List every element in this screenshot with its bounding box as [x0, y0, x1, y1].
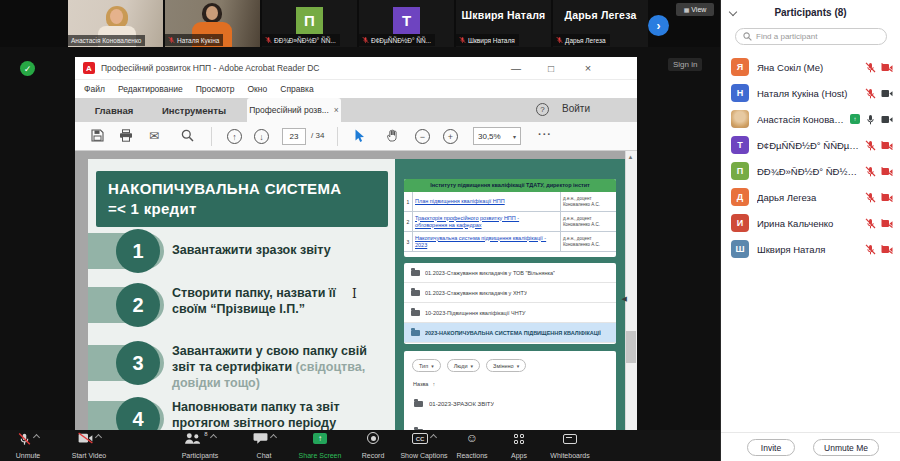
folder-icon [411, 310, 420, 316]
row-number: 2 [404, 212, 413, 231]
folder-row: 10-2023-Підвищення кваліфікації ЧНТУ [404, 303, 616, 323]
chevron-up-icon[interactable] [430, 434, 437, 441]
table-rows: 1 План підвищення кваліфікації НПП д.е.н… [404, 192, 616, 252]
select-tool-button[interactable] [354, 129, 365, 143]
participant-status-icons: ↑ [865, 166, 893, 177]
menu-item[interactable]: Редактирование [118, 84, 183, 94]
sign-in-overlay-button[interactable]: Sign in [668, 58, 702, 71]
pdf-scrollbar[interactable]: ▲ [625, 151, 637, 432]
participant-row[interactable]: Анастасія Коноваленко ↑ [721, 106, 900, 132]
invite-button[interactable]: Invite [747, 439, 795, 456]
mic-muted-icon [168, 36, 175, 44]
dropdown-icon: ▾ [517, 363, 520, 369]
video-tile-5[interactable]: Шквиря Наталя Шквиря Наталя [456, 0, 551, 47]
participants-button[interactable]: 8 Participants [162, 432, 238, 460]
zoom-level-value: 30,5% [478, 132, 501, 141]
chevron-up-icon[interactable] [269, 434, 276, 441]
record-label: Record [362, 452, 385, 459]
whiteboards-button[interactable]: Whiteboards [541, 432, 599, 460]
view-button[interactable]: ▦View [676, 3, 714, 16]
zoom-out-button[interactable]: − [415, 129, 430, 144]
participant-row[interactable]: Т Ð¢ÐµÑÑÐ½Ð° ÑÑÐµÑÑÐµÐ½... ↑ [721, 132, 900, 158]
folder-row: 01.2023-Стажування викладачів у ХНТУ [404, 283, 616, 303]
video-tile-1[interactable]: Анастасія Коноваленко [68, 0, 163, 47]
participants-icon [184, 432, 201, 445]
filter-chip: Змінено▾ [486, 359, 526, 372]
save-button[interactable] [91, 129, 104, 142]
side-pane-toggle[interactable]: ◀ [622, 295, 627, 303]
menu-item[interactable]: Файл [84, 84, 105, 94]
menu-item[interactable]: Справка [280, 84, 313, 94]
more-tools-button[interactable]: ··· [538, 128, 552, 140]
reactions-button[interactable]: ☺ Reactions [450, 432, 494, 460]
tab-tools[interactable]: Инструменты [149, 98, 239, 122]
chevron-up-icon[interactable] [32, 434, 39, 441]
participant-name: Яна Сокіл (Me) [757, 62, 861, 73]
zoom-level-select[interactable]: 30,5%▾ [473, 127, 521, 145]
video-tile-4[interactable]: T Ð¢ÐµÑÑÐ½Ð° ÑÑ... [359, 0, 454, 47]
participant-row[interactable]: П ÐÐ¾Ð»ÑÐ½Ð° ÑÐ½ÑÐµÐ²Ð° ↑ [721, 158, 900, 184]
find-button[interactable] [181, 129, 194, 142]
participant-row[interactable]: И Ирина Кальченко ↑ [721, 210, 900, 236]
minimize-button[interactable]: — [505, 60, 527, 76]
acrobat-tabbar: Главная Инструменты Професійний розв...×… [75, 98, 637, 122]
acrobat-sign-in-link[interactable]: Войти [562, 103, 590, 114]
unmute-button[interactable]: Unmute [0, 432, 56, 460]
record-button[interactable]: Record [350, 432, 396, 460]
sort-ascending-icon: ↑ [432, 381, 435, 387]
next-participants-button[interactable]: › [648, 15, 669, 36]
hand-tool-button[interactable] [386, 129, 399, 142]
participant-row[interactable]: Я Яна Сокіл (Me) ↑ [721, 54, 900, 80]
camera-status-icon [881, 193, 893, 202]
print-button[interactable] [119, 129, 133, 142]
previous-page-button[interactable]: ↑ [227, 129, 242, 144]
email-button[interactable]: ✉ [149, 129, 159, 143]
window-title: Професійний розвиток НПП - Adobe Acrobat… [101, 63, 319, 73]
tab-home[interactable]: Главная [83, 98, 145, 122]
acrobat-window: A Професійний розвиток НПП - Adobe Acrob… [75, 57, 637, 433]
search-input[interactable]: Find a participant [735, 28, 887, 45]
share-screen-button[interactable]: ↑ Share Screen [286, 432, 354, 460]
cursor-icon [354, 129, 365, 143]
tab-close-icon[interactable]: × [334, 105, 339, 115]
tile-name-label: Дарья Легеза [553, 34, 610, 46]
chevron-up-icon[interactable] [210, 434, 217, 441]
start-video-button[interactable]: Start Video [56, 432, 122, 460]
video-tile-3[interactable]: П ÐÐ¾Ð»ÑÐ½Ð° ÑÑ... [262, 0, 357, 47]
menu-item[interactable]: Окно [248, 84, 268, 94]
unmute-me-button[interactable]: Unmute Me [813, 439, 879, 456]
chat-button[interactable]: Chat [240, 432, 288, 460]
menu-item[interactable]: Просмотр [196, 84, 235, 94]
apps-button[interactable]: Apps [497, 432, 541, 460]
participant-row[interactable]: Ш Шквиря Наталя ↑ [721, 236, 900, 262]
drive-items: 01-2023-ЗРАЗОК ЗВІТУ Прізвище І.П [404, 393, 616, 432]
zoom-in-button[interactable]: + [443, 129, 458, 144]
close-button[interactable]: × [577, 60, 599, 76]
video-tile-6[interactable]: Дарья Легеза Дарья Легеза [553, 0, 648, 47]
maximize-button[interactable]: □ [540, 60, 562, 76]
tab-document[interactable]: Професійний розв...× [247, 98, 341, 122]
video-tile-2[interactable]: Наталя Кукіна [165, 0, 260, 47]
slide-step: 3 Завантажити у свою папку свій звіт та … [88, 341, 395, 393]
dropdown-icon: ▾ [513, 133, 516, 140]
mic-status-icon [865, 88, 876, 99]
participant-row[interactable]: Д Дарья Легеза ↑ [721, 184, 900, 210]
help-icon[interactable]: ? [536, 103, 549, 116]
participant-name: Ð¢ÐµÑÑÐ½Ð° ÑÑÐµÑÑÐµÐ½... [757, 140, 861, 151]
scrollbar-thumb[interactable] [626, 331, 636, 363]
drive-folder-row: 01-2023-ЗРАЗОК ЗВІТУ [404, 393, 616, 415]
participant-name: Наталя Кукіна (Host) [757, 88, 861, 99]
participant-row[interactable]: Н Наталя Кукіна (Host) ↑ [721, 80, 900, 106]
next-page-button[interactable]: ↓ [254, 129, 269, 144]
participants-list: Я Яна Сокіл (Me) ↑ Н Наталя Кукіна (Host… [721, 54, 900, 262]
chevron-up-icon[interactable] [94, 434, 101, 441]
scroll-up-arrow[interactable]: ▲ [625, 152, 636, 163]
screenshare-ok-icon: ✓ [20, 61, 35, 76]
camera-status-icon [881, 219, 893, 228]
show-captions-button[interactable]: CC Show Captions [392, 432, 456, 460]
page-number-input[interactable]: 23 [282, 128, 306, 145]
folder-label: 01.2023-Стажування викладачів у ТОВ "Віл… [425, 270, 555, 276]
participant-status-icons: ↑ [850, 114, 893, 125]
search-icon [743, 32, 752, 41]
pdf-slide-page: НАКОПИЧУВАЛЬНА СИСТЕМА =< 1 кредит 1 Зав… [88, 159, 625, 432]
